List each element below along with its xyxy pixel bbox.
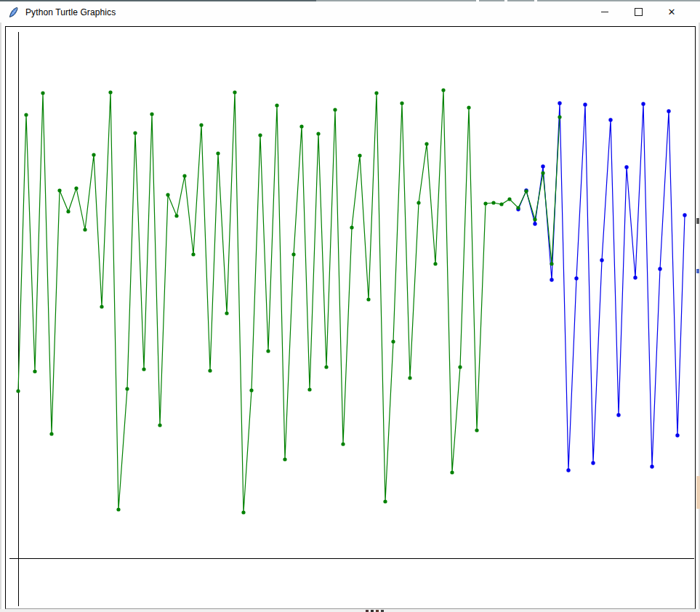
maximize-icon: [635, 8, 643, 16]
window-controls: ✕: [588, 1, 688, 23]
right-edge-artifact: [696, 269, 699, 273]
close-icon: ✕: [668, 7, 676, 17]
window-title: Python Turtle Graphics: [25, 7, 116, 17]
maximize-button[interactable]: [621, 1, 655, 23]
minimize-icon: [601, 12, 608, 12]
tk-feather-icon: [7, 7, 19, 18]
title-bar[interactable]: Python Turtle Graphics ✕: [0, 1, 700, 23]
turtle-graphics-window: Python Turtle Graphics ✕: [0, 0, 700, 612]
window-bottom-border: [0, 609, 700, 612]
right-edge-artifact: [696, 218, 699, 224]
turtle-canvas[interactable]: [5, 26, 696, 609]
window-left-border: [0, 23, 1, 612]
right-edge-artifact: [696, 476, 700, 509]
close-button[interactable]: ✕: [655, 1, 688, 23]
minimize-button[interactable]: [588, 1, 621, 23]
